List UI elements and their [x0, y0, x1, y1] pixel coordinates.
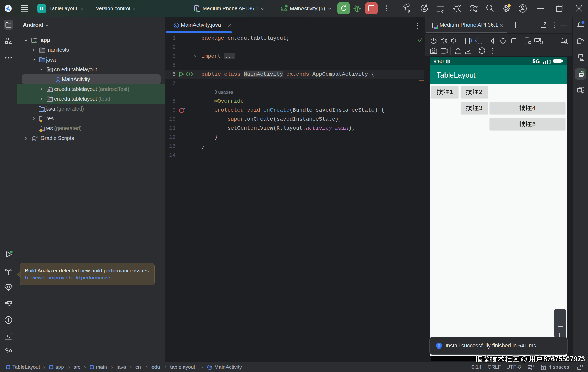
svg-text:C: C — [175, 24, 178, 28]
svg-text:C: C — [57, 78, 59, 81]
svg-text:A: A — [423, 6, 426, 11]
svg-text:C: C — [208, 365, 211, 369]
